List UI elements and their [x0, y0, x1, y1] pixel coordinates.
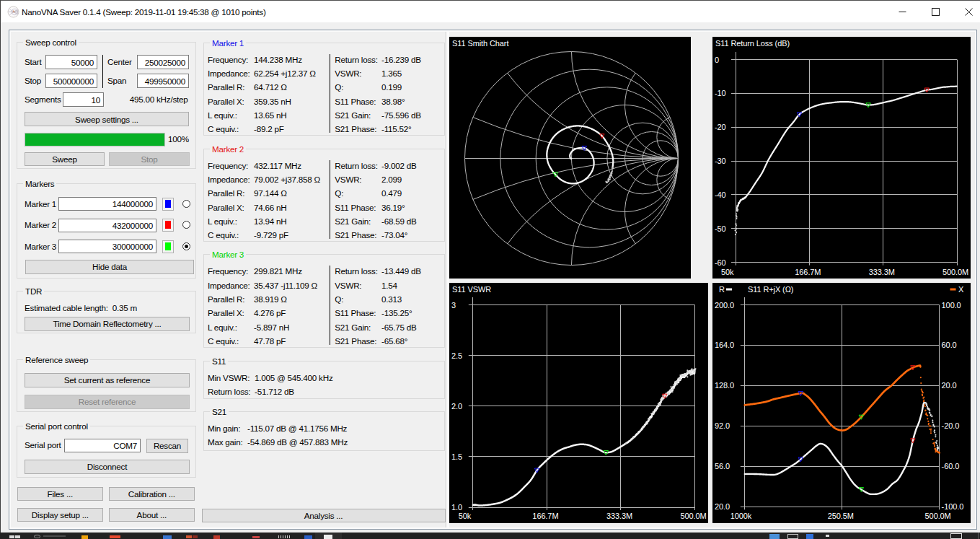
chart-smith[interactable]: S11 Smith Chart	[449, 37, 691, 279]
m3-left-value: 299.821 MHz	[254, 266, 302, 276]
marker-1-color-button[interactable]	[162, 198, 174, 211]
pinned-icon-1[interactable]	[81, 535, 88, 539]
start-input[interactable]: 50000	[45, 55, 97, 69]
chart-return-loss[interactable]: S11 Return Loss (dB)0-10-20-30-40-50-605…	[712, 37, 971, 279]
m3-left-label: Impedance:	[208, 281, 250, 291]
m2-right-label: S21 Gain:	[335, 216, 371, 227]
s21-stat-value: -115.07 dB @ 41.1756 MHz	[247, 424, 347, 434]
svg-text:100.0: 100.0	[942, 301, 961, 310]
show-desktop-divider[interactable]	[978, 533, 979, 539]
marker-3-color-button[interactable]	[162, 240, 174, 253]
tray-icon-3[interactable]	[806, 534, 813, 539]
m2-right-value: -73.04°	[381, 230, 407, 240]
cortana-icon[interactable]	[34, 535, 40, 538]
minimize-button[interactable]	[886, 1, 919, 22]
m2-left-label: L equiv.:	[208, 216, 237, 227]
rescan-button[interactable]: Rescan	[146, 439, 188, 453]
m3-left-label: L equiv.:	[208, 323, 237, 333]
close-button[interactable]	[952, 1, 980, 22]
svg-text:-40: -40	[715, 190, 726, 199]
set-reference-button[interactable]: Set current as reference	[25, 373, 190, 387]
tray-icon-1[interactable]	[769, 534, 780, 539]
pinned-icon-7[interactable]	[252, 536, 260, 538]
m1-left-value: 144.238 MHz	[254, 55, 302, 65]
m3-left-label: Parallel X:	[208, 308, 244, 318]
m3-right-label: S21 Gain:	[335, 323, 371, 333]
marker-1-data-box: Marker 1Frequency:144.238 MHzImpedance:6…	[203, 43, 445, 136]
span-input[interactable]: 499950000	[137, 74, 189, 88]
maximize-icon	[932, 8, 940, 16]
marker-1-frequency-input[interactable]: 144000000	[58, 197, 156, 211]
svg-text:164.0: 164.0	[715, 341, 734, 349]
serial-port-input[interactable]: COM7	[64, 439, 141, 452]
m3-left-value: 47.78 pF	[254, 336, 286, 346]
m3-left-label: Parallel R:	[208, 294, 244, 304]
m2-left-value: 432.117 MHz	[254, 161, 301, 171]
m1-right-value: -115.52°	[381, 124, 411, 134]
active-task-icon[interactable]	[324, 535, 332, 539]
m1-right-value: -16.239 dB	[381, 55, 421, 65]
sweep-button[interactable]: Sweep	[25, 152, 105, 166]
m1-left-label: L equiv.:	[208, 110, 237, 120]
about-button[interactable]: About ...	[109, 508, 195, 522]
tray-icon-2[interactable]	[787, 534, 798, 539]
disconnect-button[interactable]: Disconnect	[25, 460, 190, 474]
analysis-button[interactable]: Analysis ...	[202, 509, 446, 522]
tray-icon-4[interactable]	[826, 535, 829, 537]
pinned-icon-6[interactable]	[213, 535, 220, 539]
svg-text:1000k: 1000k	[730, 512, 752, 520]
marker-1-radio[interactable]	[182, 200, 190, 208]
pinned-icon-2[interactable]	[110, 535, 120, 538]
svg-text:-20: -20	[715, 123, 726, 131]
pinned-icon-3[interactable]	[163, 535, 172, 539]
chart-rx-svg: RS11 R+jX (Ω)X200.0164.0128.092.056.020.…	[712, 283, 971, 523]
search-text[interactable]	[43, 535, 66, 537]
marker-2-color-button[interactable]	[162, 219, 174, 232]
m3-right-value: -135.25°	[381, 308, 412, 318]
s11-stat-value: 1.005 @ 545.400 kHz	[255, 373, 332, 383]
m3-right-value: -65.75 dB	[381, 323, 416, 333]
pinned-icon-5[interactable]	[193, 535, 198, 538]
pinned-icon-4[interactable]	[186, 535, 192, 538]
app-window: NanoVNA Saver 0.1.4 (Sweep: 2019-11-01 1…	[0, 0, 980, 539]
svg-text:0: 0	[715, 56, 719, 64]
display-setup-button[interactable]: Display setup ...	[17, 508, 104, 522]
sweep-progress-bar	[25, 133, 165, 146]
center-input[interactable]: 250025000	[137, 55, 189, 69]
chart-vswr[interactable]: S11 VSWR32.52.01.51.050k166.7M333.3M500.…	[449, 283, 708, 523]
chart-rx[interactable]: RS11 R+jX (Ω)X200.0164.0128.092.056.020.…	[712, 283, 971, 523]
title-bar: NanoVNA Saver 0.1.4 (Sweep: 2019-11-01 1…	[0, 0, 980, 22]
taskbar[interactable]	[0, 533, 980, 539]
tdr-button[interactable]: Time Domain Reflectometry ...	[25, 317, 190, 331]
files-button[interactable]: Files ...	[17, 487, 104, 501]
marker-3-frequency-input[interactable]: 300000000	[58, 240, 156, 253]
pinned-icon-9[interactable]	[304, 535, 312, 539]
marker-3-radio[interactable]	[182, 242, 190, 250]
calibration-button[interactable]: Calibration ...	[109, 487, 195, 501]
hide-data-button[interactable]: Hide data	[25, 260, 194, 274]
m3-left-value: 35.437 -j11.109 Ω	[254, 281, 317, 291]
panel-divider	[445, 32, 446, 527]
m3-left-value: -5.897 nH	[254, 323, 289, 333]
maximize-button[interactable]	[919, 1, 952, 22]
m1-right-label: Return loss:	[335, 55, 377, 65]
segments-input[interactable]: 10	[63, 92, 104, 107]
m3-right-label: VSWR:	[335, 281, 361, 291]
action-center-icon[interactable]	[950, 533, 962, 539]
m3-left-label: Frequency:	[208, 266, 248, 276]
svg-text:S11 R+jX (Ω): S11 R+jX (Ω)	[748, 285, 793, 294]
stop-input[interactable]: 500000000	[45, 74, 97, 88]
marker-2-frequency-input[interactable]: 432000000	[58, 219, 156, 232]
pinned-icon-8[interactable]	[278, 535, 290, 538]
center-label: Center	[107, 57, 132, 67]
m1-left-value: 64.712 Ω	[254, 82, 287, 92]
app-icon	[7, 6, 19, 18]
m3-right-value: 1.54	[381, 281, 397, 291]
start-icon-2[interactable]	[15, 535, 20, 538]
marker-2-radio[interactable]	[182, 221, 190, 229]
s11-stats-box: S11Min VSWR:1.005 @ 545.400 kHzReturn lo…	[203, 361, 445, 399]
sweep-settings-button[interactable]: Sweep settings ...	[25, 112, 189, 126]
start-icon[interactable]	[9, 535, 14, 538]
m1-right-value: 0.199	[381, 82, 402, 92]
marker-1-label: Marker 1	[25, 199, 56, 209]
